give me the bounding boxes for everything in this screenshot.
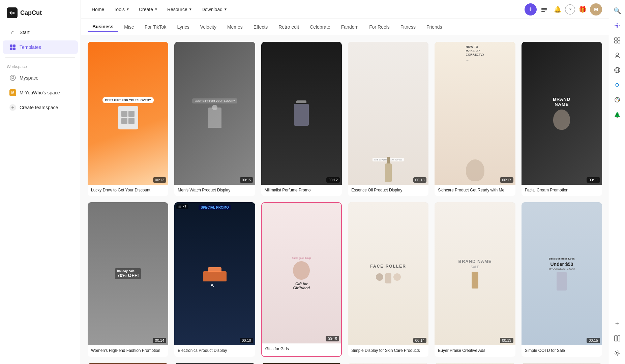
nav-download[interactable]: Download ▼ — [198, 4, 231, 15]
cat-tab-fitness[interactable]: Fitness — [396, 22, 420, 32]
template-duration-skincare2: 00:14 — [413, 338, 427, 343]
download-dropdown-icon: ▼ — [224, 7, 227, 11]
cat-tab-fandom[interactable]: Fandom — [336, 22, 363, 32]
templates-icon — [9, 44, 16, 51]
rp-outlook-icon[interactable]: O — [611, 78, 624, 92]
cat-tab-celebrate[interactable]: Celebrate — [305, 22, 335, 32]
template-card-ootd[interactable]: Best Business Look Under $50 @YOURWEBSIT… — [522, 202, 602, 357]
sidebar-item-start-label: Start — [20, 30, 30, 35]
template-name-electronics: Electronics Product Display — [174, 345, 255, 357]
template-card-electronics[interactable]: SPECIAL PROMO ↖ ⊞×7 — [174, 202, 255, 357]
cat-tab-memes[interactable]: Memes — [222, 22, 247, 32]
rp-effects-icon[interactable] — [611, 19, 624, 32]
main-content: Home Tools ▼ Create ▼ Resource ▼ Downloa… — [81, 0, 609, 364]
template-duration-ootd: 00:15 — [587, 338, 600, 343]
template-duration-skincare: 00:17 — [500, 177, 513, 183]
template-badge-electronics: ⊞×7 — [176, 204, 188, 209]
nav-tools[interactable]: Tools ▼ — [110, 4, 133, 15]
cat-tab-lyrics[interactable]: Lyrics — [173, 22, 194, 32]
svg-point-11 — [615, 25, 616, 26]
capcut-logo-icon — [7, 7, 18, 18]
svg-point-6 — [12, 76, 14, 78]
template-name-facial: Facial Cream Promotion — [522, 185, 602, 196]
cat-tab-business[interactable]: Business — [88, 22, 118, 32]
svg-point-30 — [616, 352, 618, 354]
cat-tab-misc[interactable]: Misc — [119, 22, 139, 32]
sidebar-item-templates[interactable]: Templates — [3, 40, 78, 54]
sidebar-create-teamspace[interactable]: + Create teamspace — [3, 101, 78, 114]
rp-add-icon[interactable]: + — [611, 317, 624, 330]
logo-text: CapCut — [20, 9, 42, 17]
cat-tab-retro[interactable]: Retro edit — [274, 22, 304, 32]
nav-add-button[interactable]: + — [525, 3, 537, 16]
template-card-mens-watch[interactable]: BEST GIFT FOR YOUR LOVER? 00:15 Men's Wa… — [174, 42, 255, 196]
nav-help-button[interactable]: ? — [565, 4, 575, 14]
rp-tree-icon[interactable]: 🌲 — [611, 108, 624, 121]
template-card-facial[interactable]: BRANDNAME 00:11 Facial Cream Promotion — [522, 42, 602, 196]
svg-point-19 — [616, 53, 619, 56]
template-card-gifts[interactable]: Share good things Gift forGirlfriend 00:… — [261, 202, 342, 357]
nav-create[interactable]: Create ▼ — [135, 4, 162, 15]
template-card-skincare2[interactable]: FACE ROLLER 00:14 Simple Display for Ski… — [348, 202, 428, 357]
svg-rect-18 — [618, 41, 620, 43]
svg-rect-9 — [541, 11, 545, 12]
sidebar-create-label: Create teamspace — [20, 105, 58, 110]
svg-rect-8 — [541, 9, 547, 10]
sidebar-item-mryouwho[interactable]: M MrYouWho's space — [3, 86, 78, 99]
cat-tab-tiktok[interactable]: For TikTok — [140, 22, 171, 32]
svg-rect-4 — [13, 48, 16, 50]
template-duration-electronics: 00:10 — [240, 338, 253, 343]
workspace-label: Workspace — [0, 60, 81, 70]
template-card-fashion[interactable]: holiday sale70% OFF! 00:14 Women's High-… — [88, 202, 168, 357]
template-duration-essence: 00:13 — [413, 177, 427, 183]
svg-rect-3 — [10, 48, 12, 50]
category-tabs: Business Misc For TikTok Lyrics Velocity… — [81, 19, 609, 35]
rp-settings-icon[interactable] — [611, 346, 624, 360]
svg-rect-28 — [615, 336, 617, 341]
create-teamspace-icon: + — [9, 104, 16, 111]
template-card-buyer[interactable]: BRAND NAME SALE 00:13 Buyer Praise Creat… — [435, 202, 515, 357]
rp-user-icon[interactable] — [611, 49, 624, 62]
template-name-skincare: Skincare Product Get Ready with Me — [435, 185, 515, 196]
sidebar-item-start[interactable]: ⌂ Start — [3, 26, 78, 39]
nav-notifications-button[interactable]: 🔔 — [552, 3, 564, 16]
cat-tab-friends[interactable]: Friends — [422, 22, 447, 32]
nav-layers-button[interactable] — [538, 3, 550, 16]
create-dropdown-icon: ▼ — [154, 7, 158, 11]
rp-palette-icon[interactable] — [611, 93, 624, 107]
svg-rect-7 — [541, 8, 547, 9]
top-navigation: Home Tools ▼ Create ▼ Resource ▼ Downloa… — [81, 0, 609, 19]
user-avatar[interactable]: M — [590, 3, 602, 16]
home-icon: ⌂ — [9, 29, 16, 36]
svg-point-10 — [616, 25, 618, 27]
template-card-essence[interactable]: Anti-oxygen master for you 00:13 Essence… — [348, 42, 428, 196]
template-name-buyer: Buyer Praise Creative Ads — [435, 345, 515, 357]
sidebar-item-myspace[interactable]: Myspace — [3, 71, 78, 85]
sidebar-item-myspace-label: Myspace — [20, 75, 38, 81]
cat-tab-effects[interactable]: Effects — [249, 22, 273, 32]
template-duration-gifts: 00:15 — [326, 336, 339, 341]
rp-split-icon[interactable] — [611, 332, 624, 345]
sidebar-item-mryouwho-label: MrYouWho's space — [20, 90, 60, 95]
template-name-fashion: Women's High-end Fashion Promotion — [88, 345, 168, 357]
svg-point-25 — [617, 98, 618, 99]
rp-search-icon[interactable]: 🔍 — [611, 4, 624, 18]
rp-assets-icon[interactable] — [611, 34, 624, 47]
cat-tab-velocity[interactable]: Velocity — [196, 22, 221, 32]
logo[interactable]: CapCut — [0, 4, 81, 25]
nav-resource[interactable]: Resource ▼ — [163, 4, 196, 15]
template-card-lucky-draw[interactable]: BEST GIFT FOR YOUR LOVER? — [88, 42, 168, 196]
template-grid-wrapper: BEST GIFT FOR YOUR LOVER? — [81, 35, 609, 364]
cat-tab-reels[interactable]: For Reels — [364, 22, 394, 32]
template-card-perfume[interactable]: 00:12 Milimalist Perfume Promo — [261, 42, 342, 196]
svg-rect-2 — [13, 44, 16, 47]
template-name-ootd: Simple OOTD for Sale — [522, 345, 602, 357]
nav-home[interactable]: Home — [88, 4, 108, 15]
template-duration-watch: 00:15 — [240, 177, 253, 183]
template-duration-perfume: 00:12 — [326, 177, 340, 183]
nav-gift-button[interactable]: 🎁 — [576, 3, 589, 16]
sidebar-item-templates-label: Templates — [20, 44, 41, 50]
rp-globe-icon[interactable] — [611, 63, 624, 77]
template-card-skincare[interactable]: HOW TOMAKE UPCORRECTLY → 00:17 Skincare … — [435, 42, 515, 196]
svg-rect-17 — [615, 41, 617, 43]
